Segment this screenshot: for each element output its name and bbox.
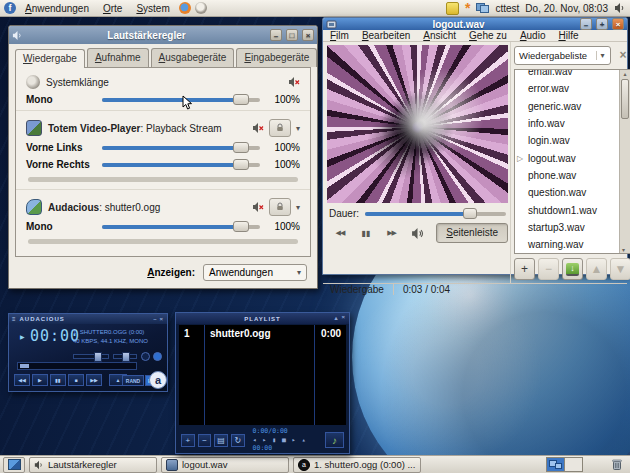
distro-menu-icon[interactable]: f [4, 2, 16, 14]
menu-film[interactable]: Film [330, 30, 349, 41]
menu-ansicht[interactable]: Ansicht [423, 30, 456, 41]
tab-wiedergabe[interactable]: Wiedergabe [15, 49, 85, 68]
seek-handle[interactable] [20, 364, 29, 368]
remove-button[interactable]: − [538, 258, 559, 280]
maximize-button[interactable]: □ [286, 29, 298, 41]
playlist-row[interactable]: 1 shutter0.ogg 0:00 [179, 325, 346, 341]
lock-channels-button[interactable] [269, 198, 291, 216]
totem-titlebar[interactable]: logout.wav – + × [323, 18, 627, 30]
workspace-2[interactable] [564, 458, 582, 471]
lock-channels-button[interactable] [269, 119, 291, 137]
menu-gehe-zu[interactable]: Gehe zu [469, 30, 507, 41]
list-item[interactable]: generic.wav [515, 98, 619, 115]
list-item[interactable]: login.wav [515, 132, 619, 149]
minimize-button[interactable]: – [270, 29, 282, 41]
task-totem[interactable]: logout.wav [161, 457, 289, 473]
save-playlist-button[interactable]: ↓ [562, 258, 583, 280]
list-item[interactable]: error.wav [515, 80, 619, 97]
mute-icon[interactable] [288, 76, 300, 88]
menu-orte[interactable]: Orte [98, 3, 127, 14]
volume-slider[interactable] [73, 354, 109, 359]
sidebar-close-icon[interactable]: × [615, 48, 630, 64]
select-button[interactable]: ▤ [214, 434, 228, 447]
shade-button[interactable]: ▴ [334, 314, 338, 321]
show-desktop-button[interactable] [3, 457, 25, 473]
play-button[interactable]: ▶ [32, 374, 48, 386]
tab-ausgabegeraete[interactable]: Ausgabegeräte [151, 48, 235, 67]
audacious-menu-icon[interactable]: ≡ [12, 316, 17, 322]
balance-slider[interactable] [113, 354, 137, 359]
mute-icon[interactable] [252, 201, 264, 213]
menu-system[interactable]: System [131, 3, 174, 14]
move-up-button[interactable]: ▲ [586, 258, 607, 280]
volume-applet-icon[interactable] [614, 2, 626, 14]
workspace-1[interactable] [547, 458, 564, 471]
sidebar-toggle-button[interactable]: Seitenleiste [436, 223, 508, 243]
playlist-list[interactable]: email.wav error.wav generic.wav info.wav… [514, 69, 630, 254]
mute-icon[interactable] [252, 122, 264, 134]
volume-slider[interactable] [102, 142, 260, 153]
mini-transport-icons[interactable]: ◂ ▸ ▮ ■ ▸ ▴ [253, 436, 307, 444]
volume-slider[interactable] [102, 221, 260, 232]
volume-slider[interactable] [102, 94, 260, 105]
playlist-button[interactable] [153, 352, 162, 361]
list-item[interactable]: startup3.wav [515, 219, 619, 236]
close-button[interactable]: × [159, 316, 164, 322]
volume-slider[interactable] [102, 159, 260, 170]
show-filter-select[interactable]: Anwendungen ▾ [203, 264, 307, 281]
scrollbar-thumb[interactable] [621, 79, 629, 119]
audacious-titlebar[interactable]: ≡ AUDACIOUS – × [9, 314, 167, 324]
volume-button[interactable] [404, 223, 430, 243]
notes-applet-icon[interactable] [446, 2, 459, 15]
tab-eingabegeraete[interactable]: Eingabegeräte [236, 48, 317, 67]
close-button[interactable]: × [612, 18, 624, 30]
menu-audio[interactable]: Audio [520, 30, 546, 41]
next-button[interactable]: ▶▶ [86, 374, 102, 386]
remove-button[interactable]: − [198, 434, 212, 447]
list-item-playing[interactable]: ▷ logout.wav [515, 149, 619, 166]
add-button[interactable]: + [514, 258, 535, 280]
scroll-up-icon[interactable]: ▴ [623, 71, 626, 77]
scroll-down-icon[interactable]: ▾ [622, 246, 625, 253]
tab-aufnahme[interactable]: Aufnahme [87, 48, 149, 67]
list-item[interactable]: phone.wav [515, 167, 619, 184]
stop-button[interactable]: ■ [68, 374, 84, 386]
close-button[interactable]: × [341, 314, 346, 321]
sidebar-selector[interactable]: Wiedergabeliste ▾ [514, 46, 611, 65]
list-item[interactable]: info.wav [515, 115, 619, 132]
move-down-button[interactable]: ▼ [610, 258, 630, 280]
close-button[interactable]: × [302, 29, 314, 41]
music-note-button[interactable]: ♪ [325, 432, 344, 448]
menu-hilfe[interactable]: Hilfe [558, 30, 578, 41]
seek-bar[interactable] [17, 362, 137, 370]
seek-slider[interactable] [365, 208, 506, 219]
list-item[interactable]: warning.wav [515, 236, 619, 253]
list-item[interactable]: question.wav [515, 184, 619, 201]
maximize-button[interactable]: + [596, 18, 608, 30]
minimize-button[interactable]: – [580, 18, 592, 30]
add-button[interactable]: + [181, 434, 195, 447]
chevron-down-icon[interactable]: ▾ [296, 203, 300, 212]
help-launcher-icon[interactable] [195, 2, 207, 14]
clock[interactable]: Do, 20. Nov, 08:03 [525, 3, 608, 14]
minimize-button[interactable]: – [153, 316, 157, 322]
firefox-launcher-icon[interactable] [179, 2, 191, 14]
trash-icon[interactable] [611, 458, 623, 471]
list-item[interactable]: shutdown1.wav [515, 201, 619, 218]
video-area[interactable] [327, 45, 508, 203]
volume-titlebar[interactable]: Lautstärkeregler – □ × [9, 26, 317, 44]
task-audacious[interactable]: a 1. shutter0.ogg (0:00) ... [293, 457, 421, 473]
menu-bearbeiten[interactable]: Bearbeiten [362, 30, 410, 41]
pause-button[interactable]: ▮▮ [353, 223, 379, 243]
task-volume-control[interactable]: Lautstärkeregler [29, 457, 157, 473]
pause-button[interactable]: ▮▮ [50, 374, 66, 386]
track-title[interactable]: 1. SHUTTER0.OGG (0:00) [73, 329, 165, 335]
previous-button[interactable]: ◀◀ [327, 223, 353, 243]
menu-anwendungen[interactable]: Anwendungen [20, 3, 94, 14]
previous-button[interactable]: ◀◀ [14, 374, 30, 386]
sort-button[interactable]: ↻ [231, 434, 245, 447]
next-button[interactable]: ▶▶ [379, 223, 405, 243]
track-name[interactable]: shutter0.ogg [210, 328, 271, 339]
network-icon[interactable] [476, 3, 489, 13]
shuffle-button[interactable]: RAND [122, 375, 144, 386]
